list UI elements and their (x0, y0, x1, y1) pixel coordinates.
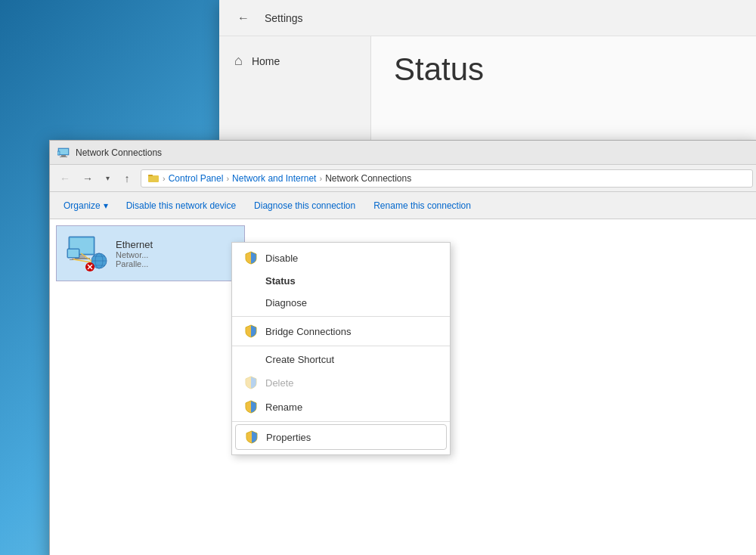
breadcrumb-path: › Control Panel › Network and Internet ›… (141, 169, 753, 188)
settings-page-title: Status (394, 51, 733, 88)
svg-rect-1 (59, 149, 68, 154)
organize-dropdown-icon: ▾ (104, 200, 108, 211)
settings-title: Settings (265, 12, 303, 24)
breadcrumb-sep-2: › (319, 174, 322, 183)
shield-icon-disable (244, 251, 258, 265)
disable-network-device-button[interactable]: Disable this network device (119, 197, 243, 214)
network-titlebar-icon (57, 147, 70, 159)
ctx-bridge[interactable]: Bridge Connections (232, 319, 450, 343)
network-titlebar: Network Connections (50, 141, 756, 165)
ctx-shortcut[interactable]: Create Shortcut (232, 349, 450, 371)
breadcrumb-control-panel[interactable]: Control Panel (169, 173, 224, 184)
nav-up-button[interactable]: ↑ (118, 169, 136, 188)
ethernet-list-item[interactable]: Ethernet Networ... Paralle... (56, 225, 245, 281)
settings-home-item[interactable]: ⌂ Home (219, 45, 370, 76)
ethernet-name: Ethernet (116, 239, 153, 250)
breadcrumb-network-internet[interactable]: Network and Internet (232, 173, 316, 184)
toolbar: Organize ▾ Disable this network device D… (50, 192, 756, 219)
ctx-status[interactable]: Status (232, 270, 450, 292)
breadcrumb-sep-0: › (163, 174, 166, 183)
breadcrumb-folder-icon (147, 172, 160, 184)
breadcrumb-sep-1: › (226, 174, 229, 183)
ethernet-icon (66, 232, 108, 274)
breadcrumb-network-connections: Network Connections (325, 173, 411, 184)
ctx-divider-3 (232, 421, 450, 422)
ethernet-info: Ethernet Networ... Paralle... (116, 239, 153, 268)
svg-rect-13 (68, 250, 79, 257)
ctx-disable-label: Disable (265, 253, 298, 264)
ethernet-detail-2: Paralle... (116, 259, 153, 268)
ctx-shortcut-label: Create Shortcut (265, 354, 334, 365)
address-bar: ← → ▾ ↑ › Control Panel › Network and In… (50, 165, 756, 192)
ctx-divider-1 (232, 316, 450, 317)
svg-rect-5 (58, 151, 60, 154)
ctx-bridge-label: Bridge Connections (265, 326, 351, 337)
ctx-properties-label: Properties (266, 432, 311, 443)
svg-rect-6 (148, 175, 159, 182)
ctx-diagnose[interactable]: Diagnose (232, 292, 450, 314)
diagnose-connection-button[interactable]: Diagnose this connection (246, 197, 363, 214)
ctx-diagnose-label: Diagnose (265, 297, 307, 309)
nav-back-button[interactable]: ← (56, 169, 74, 188)
network-window-title: Network Connections (76, 147, 162, 158)
ctx-rename[interactable]: Rename (232, 395, 450, 419)
shield-icon-bridge (244, 324, 258, 338)
settings-titlebar: ← Settings (219, 0, 756, 36)
svg-line-22 (73, 259, 91, 262)
svg-rect-3 (60, 157, 67, 157)
settings-back-button[interactable]: ← (231, 8, 256, 28)
svg-rect-7 (148, 175, 153, 176)
rename-connection-button[interactable]: Rename this connection (366, 197, 479, 214)
ctx-delete: Delete (232, 371, 450, 395)
ethernet-detail-1: Networ... (116, 250, 153, 259)
organize-button[interactable]: Organize ▾ (56, 197, 116, 214)
settings-home-label: Home (252, 55, 280, 67)
content-area: Ethernet Networ... Paralle... Disable S (50, 219, 756, 555)
nav-forward-button[interactable]: → (79, 169, 97, 188)
ctx-disable[interactable]: Disable (232, 246, 450, 270)
ctx-status-label: Status (265, 275, 296, 287)
ctx-delete-label: Delete (265, 377, 294, 389)
nav-dropdown-button[interactable]: ▾ (101, 169, 113, 188)
ctx-divider-2 (232, 346, 450, 346)
shield-icon-rename (244, 400, 258, 414)
shield-icon-properties (245, 430, 259, 444)
context-menu: Disable Status Diagnose Br (231, 242, 451, 455)
shield-icon-delete (244, 376, 258, 389)
network-connections-window: Network Connections ← → ▾ ↑ › Control Pa… (49, 140, 756, 555)
ctx-properties[interactable]: Properties (235, 424, 447, 450)
settings-window: ← Settings ⌂ Home Status (219, 0, 756, 159)
ctx-rename-label: Rename (265, 402, 302, 413)
home-icon: ⌂ (234, 53, 243, 69)
svg-rect-2 (61, 155, 66, 157)
